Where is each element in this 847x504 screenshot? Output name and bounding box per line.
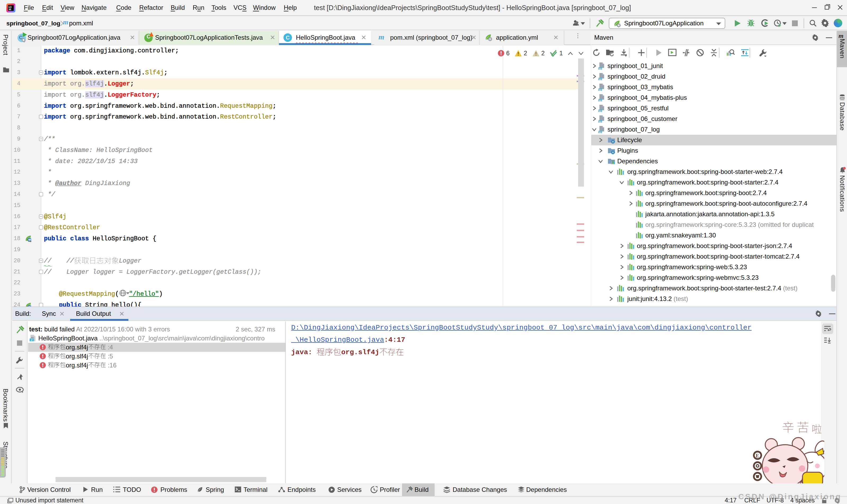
svg-text:m: m bbox=[598, 118, 602, 123]
svg-text:m: m bbox=[598, 107, 602, 112]
svg-text:m: m bbox=[598, 86, 602, 91]
svg-text:m: m bbox=[598, 75, 602, 80]
svg-text:m: m bbox=[598, 96, 602, 102]
svg-text:m: m bbox=[598, 128, 602, 133]
svg-text:E: E bbox=[756, 453, 759, 458]
svg-text:m: m bbox=[598, 65, 602, 70]
svg-text:J: J bbox=[31, 338, 32, 341]
